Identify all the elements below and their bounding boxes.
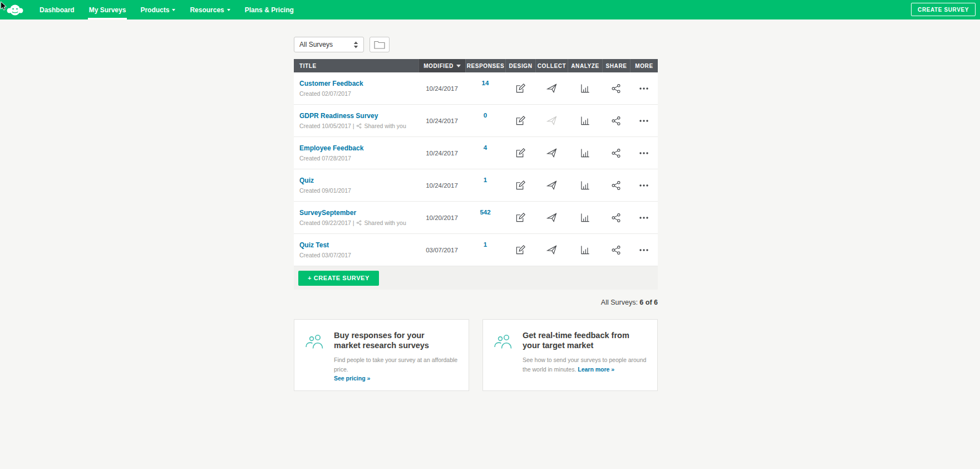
header-title[interactable]: TITLE	[294, 59, 418, 72]
header-collect-label: COLLECT	[538, 63, 566, 69]
design-button[interactable]	[513, 81, 528, 96]
header-modified[interactable]: MODIFIED	[418, 59, 465, 72]
share-button[interactable]	[609, 211, 623, 225]
collect-send-icon	[546, 148, 557, 158]
responses-count-link[interactable]: 4	[484, 144, 487, 151]
header-more: MORE	[630, 59, 658, 72]
table-row: Quiz Test Created 03/07/2017 03/07/2017 …	[294, 234, 658, 266]
share-button[interactable]	[609, 146, 623, 160]
more-button[interactable]	[636, 113, 652, 129]
table-row: Customer Feedback Created 02/07/2017 10/…	[294, 72, 658, 105]
survey-title-cell: Quiz Test Created 03/07/2017	[294, 241, 418, 258]
mouse-cursor	[0, 1, 7, 14]
survey-filter-select[interactable]: All Surveys	[294, 37, 364, 52]
share-icon	[611, 213, 621, 223]
responses-count-link[interactable]: 14	[482, 80, 489, 86]
share-button[interactable]	[609, 81, 623, 96]
filter-row: All Surveys	[294, 37, 658, 52]
created-date: Created 02/07/2017	[299, 90, 351, 97]
more-cell	[630, 178, 658, 193]
header-responses[interactable]: RESPONSES	[465, 59, 505, 72]
header-analyze: ANALYZE	[568, 59, 602, 72]
responses-count-link[interactable]: 0	[484, 112, 487, 119]
collect-button[interactable]	[544, 81, 559, 96]
created-date: Created 07/28/2017	[299, 155, 351, 162]
collect-send-icon	[546, 212, 557, 223]
responses-cell: 1	[465, 234, 505, 248]
analyze-button[interactable]	[578, 113, 593, 128]
design-pencil-icon	[515, 180, 526, 190]
survey-title-link[interactable]: Employee Feedback	[299, 144, 363, 152]
more-button[interactable]	[636, 178, 652, 193]
nav-dashboard[interactable]: Dashboard	[32, 0, 82, 19]
promo-title: Get real-time feedback from your target …	[523, 330, 631, 350]
design-button[interactable]	[513, 178, 528, 193]
nav-resources[interactable]: Resources	[183, 0, 237, 19]
design-button[interactable]	[513, 113, 528, 128]
analyze-chart-icon	[580, 245, 590, 255]
created-date: Created 03/07/2017	[299, 252, 351, 258]
more-dots-icon	[638, 148, 649, 159]
folder-button[interactable]	[370, 37, 390, 52]
share-button[interactable]	[609, 243, 623, 257]
nav-my-surveys[interactable]: My Surveys	[82, 0, 134, 19]
modified-date: 10/24/2017	[418, 118, 465, 124]
nav-plans-pricing[interactable]: Plans & Pricing	[238, 0, 301, 19]
header-more-label: MORE	[635, 63, 653, 69]
more-button[interactable]	[636, 210, 652, 226]
design-pencil-icon	[515, 212, 526, 223]
table-footer: + CREATE SURVEY	[294, 266, 658, 290]
survey-created-text: Created 07/28/2017	[299, 155, 351, 162]
analyze-button[interactable]	[578, 178, 593, 193]
design-button[interactable]	[513, 242, 528, 257]
responses-count-link[interactable]: 1	[484, 241, 487, 248]
nav-links: Dashboard My Surveys Products Resources …	[32, 0, 301, 19]
share-button[interactable]	[609, 114, 623, 128]
more-button[interactable]	[636, 242, 652, 258]
analyze-button[interactable]	[578, 242, 593, 257]
analyze-cell	[568, 242, 602, 257]
more-button[interactable]	[636, 81, 652, 96]
collect-cell	[535, 145, 568, 160]
collect-button[interactable]	[544, 242, 559, 257]
collect-send-icon	[546, 115, 557, 126]
responses-count-link[interactable]: 1	[484, 177, 487, 183]
more-cell	[630, 242, 658, 258]
share-cell	[602, 178, 630, 193]
survey-title-link[interactable]: Quiz Test	[299, 241, 329, 249]
analyze-button[interactable]	[578, 210, 593, 225]
survey-created-text: Created 10/05/2017 | Shared with you	[299, 123, 406, 129]
modified-date: 10/24/2017	[418, 182, 465, 189]
shared-label: Shared with you	[364, 123, 406, 129]
survey-title-link[interactable]: Customer Feedback	[299, 80, 363, 87]
responses-count-link[interactable]: 542	[480, 209, 490, 216]
design-pencil-icon	[515, 245, 526, 255]
more-button[interactable]	[636, 145, 652, 161]
survey-title-link[interactable]: GDPR Readiness Survey	[299, 112, 378, 120]
survey-title-link[interactable]: SurveySeptember	[299, 209, 356, 217]
design-button[interactable]	[513, 210, 528, 225]
nav-products[interactable]: Products	[133, 0, 183, 19]
learn-more-link[interactable]: Learn more »	[578, 366, 614, 373]
surveys-table: TITLE MODIFIED RESPONSES DESIGN COLLECT …	[294, 59, 658, 290]
survey-created-text: Created 02/07/2017	[299, 90, 351, 97]
see-pricing-link[interactable]: See pricing »	[334, 375, 370, 382]
more-dots-icon	[638, 245, 649, 256]
analyze-button[interactable]	[578, 145, 593, 160]
nav-create-survey-button[interactable]: CREATE SURVEY	[911, 3, 976, 16]
collect-button[interactable]	[544, 210, 559, 225]
analyze-button[interactable]	[578, 81, 593, 96]
header-share: SHARE	[602, 59, 630, 72]
share-icon	[611, 84, 621, 94]
survey-title-link[interactable]: Quiz	[299, 177, 314, 184]
analyze-cell	[568, 145, 602, 160]
responses-cell: 14	[465, 72, 505, 86]
share-button[interactable]	[609, 178, 623, 193]
collect-button[interactable]	[544, 178, 559, 193]
create-survey-button[interactable]: + CREATE SURVEY	[298, 271, 379, 286]
survey-count-summary: All Surveys: 6 of 6	[294, 299, 658, 306]
design-button[interactable]	[513, 145, 528, 160]
collect-button[interactable]	[544, 145, 559, 160]
design-pencil-icon	[515, 83, 526, 94]
surveymonkey-logo-icon[interactable]	[7, 3, 23, 17]
